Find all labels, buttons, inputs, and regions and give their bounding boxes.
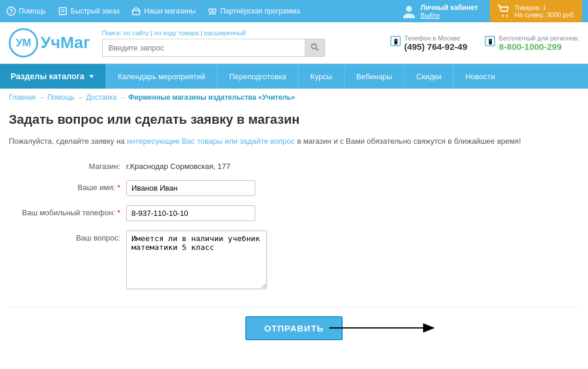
- arrow-icon: [329, 316, 447, 340]
- search-row: [102, 39, 325, 57]
- svg-point-9: [502, 15, 503, 17]
- site-logo[interactable]: УМ УчМаг: [9, 28, 90, 57]
- breadcrumb: Главная → Помощь → Доставка → Фирменные …: [0, 89, 588, 106]
- nav-webinars[interactable]: Вебинары: [344, 64, 404, 89]
- nav-discounts[interactable]: Скидки: [404, 64, 453, 89]
- name-input[interactable]: [126, 180, 255, 196]
- svg-point-6: [209, 9, 212, 12]
- form-row-phone: Ваш мобильный телефон: *: [21, 205, 373, 221]
- store-value: г.Краснодар Сормовская, 177: [126, 159, 231, 171]
- search-advanced-link[interactable]: расширенный: [204, 29, 246, 36]
- question-label: Ваш вопрос:: [21, 231, 120, 242]
- moscow-phone-block: 📱 Телефон в Москве: (495) 764-92-49: [390, 35, 468, 52]
- search-input[interactable]: [103, 40, 305, 56]
- submit-button[interactable]: ОТПРАВИТЬ: [245, 316, 343, 340]
- store-label: Магазин:: [21, 159, 120, 171]
- search-button[interactable]: [305, 39, 325, 56]
- form-area: Магазин: г.Краснодар Сормовская, 177 Ваш…: [21, 159, 373, 289]
- page-content: Задать вопрос или сделать заявку в магаз…: [0, 106, 588, 367]
- help-link[interactable]: ? Помощь: [6, 6, 46, 16]
- quick-order-link[interactable]: Быстрый заказ: [58, 6, 119, 16]
- svg-text:📱: 📱: [487, 38, 494, 45]
- phone-input[interactable]: [126, 205, 255, 221]
- cart-icon: [497, 4, 511, 18]
- nav-bar: Разделы каталога Календарь мероприятий П…: [0, 64, 588, 89]
- svg-text:?: ?: [9, 8, 13, 15]
- store-icon: [131, 6, 141, 16]
- help-icon: ?: [6, 6, 16, 16]
- svg-point-11: [312, 44, 316, 49]
- page-title: Задать вопрос или сделать заявку в магаз…: [9, 112, 579, 127]
- svg-line-12: [316, 48, 318, 50]
- submit-section: ОТПРАВИТЬ: [9, 307, 579, 349]
- user-icon: [401, 3, 417, 19]
- logo-circle: УМ: [9, 28, 38, 57]
- arrow-annotation: [329, 316, 447, 340]
- question-textarea[interactable]: [126, 231, 267, 289]
- phone-moscow-icon: 📱: [390, 36, 401, 49]
- name-label: Ваше имя: *: [21, 180, 120, 192]
- personal-cabinet[interactable]: Личный кабинет Выйти: [401, 3, 478, 19]
- nav-calendar[interactable]: Календарь мероприятий: [106, 64, 217, 89]
- breadcrumb-delivery[interactable]: Доставка: [86, 93, 117, 101]
- breadcrumb-home[interactable]: Главная: [9, 93, 36, 101]
- top-bar-right: Личный кабинет Выйти Товаров: 1 На сумму…: [401, 0, 582, 22]
- logo-bar: УМ УчМаг Поиск: по сайту | по коду товар…: [0, 22, 588, 64]
- form-row-name: Ваше имя: *: [21, 180, 373, 196]
- svg-point-7: [212, 9, 216, 12]
- svg-marker-17: [89, 75, 94, 78]
- top-bar: ? Помощь Быстрый заказ Наши магазины Пар…: [0, 0, 588, 22]
- page-description: Пожалуйста, сделайте заявку на интересую…: [9, 136, 579, 147]
- nav-courses[interactable]: Курсы: [298, 64, 344, 89]
- nav-news[interactable]: Новости: [453, 64, 506, 89]
- svg-point-10: [506, 15, 508, 17]
- cart-area[interactable]: Товаров: 1 На сумму: 3000 руб.: [490, 0, 582, 22]
- free-phone-block: 📱 Бесплатный для регионов: 8-800-1000-29…: [485, 35, 579, 52]
- svg-rect-5: [133, 11, 140, 15]
- quick-order-icon: [58, 6, 68, 16]
- breadcrumb-current: Фирменные магазины издательства «Учитель…: [129, 93, 295, 101]
- svg-rect-2: [59, 8, 66, 15]
- svg-marker-19: [423, 323, 435, 333]
- partner-icon: [207, 6, 218, 16]
- nav-catalog[interactable]: Разделы каталога: [0, 64, 106, 89]
- phone-section: 📱 Телефон в Москве: (495) 764-92-49 📱 Бе…: [390, 35, 579, 52]
- search-links: Поиск: по сайту | по коду товара | расши…: [102, 29, 325, 36]
- search-by-site-link[interactable]: по сайту: [123, 29, 149, 36]
- phone-label: Ваш мобильный телефон: *: [21, 205, 120, 217]
- search-icon: [310, 43, 319, 51]
- form-row-question: Ваш вопрос:: [21, 231, 373, 289]
- svg-point-8: [406, 6, 412, 12]
- dropdown-icon: [88, 73, 95, 80]
- phone-free-icon: 📱: [485, 36, 495, 49]
- search-section: Поиск: по сайту | по коду товара | расши…: [102, 29, 325, 57]
- our-stores-link[interactable]: Наши магазины: [131, 6, 195, 16]
- svg-text:📱: 📱: [392, 38, 399, 45]
- partner-program-link[interactable]: Партнёрская программа: [207, 6, 300, 16]
- nav-retraining[interactable]: Переподготовка: [217, 64, 298, 89]
- search-by-code-link[interactable]: по коду товара: [154, 29, 199, 36]
- breadcrumb-help[interactable]: Помощь: [48, 93, 75, 101]
- form-row-store: Магазин: г.Краснодар Сормовская, 177: [21, 159, 373, 171]
